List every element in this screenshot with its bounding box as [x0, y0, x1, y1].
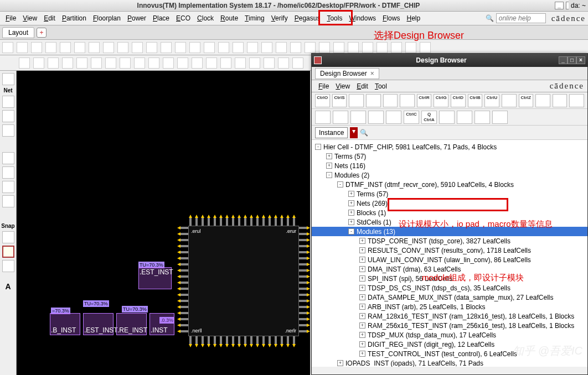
- block-re-inst[interactable]: .RE_INST: [116, 313, 147, 335]
- layout-canvas[interactable]: .erul .erur .nerll .nerlr .M TU=70.3% .E…: [17, 71, 310, 375]
- expand-icon[interactable]: +: [326, 153, 332, 159]
- tb2-icon-10[interactable]: [163, 58, 174, 69]
- expand-icon[interactable]: +: [359, 266, 365, 272]
- db-close-button[interactable]: ×: [576, 56, 585, 64]
- tb1-icon-1[interactable]: [17, 42, 28, 53]
- snap-tool-2-icon[interactable]: [2, 246, 14, 258]
- tb2-icon-0[interactable]: [19, 58, 30, 69]
- collapse-icon[interactable]: -: [315, 144, 321, 150]
- instance-dropdown-icon[interactable]: ▾: [350, 127, 358, 138]
- tb1-icon-8[interactable]: [117, 42, 128, 53]
- tb1-icon-27[interactable]: [391, 42, 402, 53]
- tree-row[interactable]: -Modules (13): [312, 227, 587, 236]
- tb1-icon-24[interactable]: [348, 42, 359, 53]
- tb2-icon-16[interactable]: [249, 58, 260, 69]
- tb1-icon-2[interactable]: [31, 42, 42, 53]
- tab-add-button[interactable]: +: [37, 28, 47, 38]
- dbt1-btn-14[interactable]: [553, 94, 568, 107]
- dbt2-btn-6[interactable]: Q CtrlA: [421, 111, 437, 124]
- menu-tools[interactable]: Tools: [323, 13, 345, 23]
- tree-row[interactable]: +TDSP_MUX (tdsp_data_mux), 17 LeafCells: [312, 330, 587, 340]
- tb2-icon-1[interactable]: [33, 58, 44, 69]
- db-menu-edit[interactable]: Edit: [353, 81, 372, 91]
- tb1-icon-28[interactable]: [405, 42, 416, 53]
- dbt2-btn-5[interactable]: CtrlC: [404, 111, 419, 124]
- dbt1-btn-2[interactable]: [349, 94, 364, 107]
- tree-row[interactable]: +Terms (57): [312, 189, 587, 199]
- tree-row[interactable]: +ARB_INST (arb), 25 LeafCells, 1 Blocks: [312, 302, 587, 311]
- minimize-button[interactable]: _: [555, 2, 564, 9]
- menu-pegasus[interactable]: Pegasus: [291, 13, 324, 23]
- expand-icon[interactable]: +: [359, 238, 365, 244]
- tb2-icon-3[interactable]: [62, 58, 73, 69]
- expand-icon[interactable]: +: [359, 332, 365, 338]
- dbt2-btn-9[interactable]: [474, 111, 490, 124]
- dbt1-btn-1[interactable]: CtrlS: [332, 94, 347, 107]
- expand-icon[interactable]: +: [348, 210, 354, 216]
- tb1-icon-6[interactable]: [89, 42, 100, 53]
- tb2-icon-7[interactable]: [120, 58, 131, 69]
- tb2-icon-5[interactable]: [91, 58, 102, 69]
- tb1-icon-11[interactable]: [161, 42, 172, 53]
- menu-windows[interactable]: Windows: [345, 13, 379, 23]
- snap-tool-1-icon[interactable]: [2, 231, 14, 243]
- design-tree[interactable]: -Hier Cell - DTMF_CHIP, 5981 LeafCells, …: [312, 140, 587, 367]
- tree-row[interactable]: -Modules (2): [312, 170, 587, 180]
- dbt1-btn-12[interactable]: CtrlZ: [519, 94, 534, 107]
- expand-icon[interactable]: +: [359, 304, 365, 310]
- db-menu-view[interactable]: View: [332, 81, 353, 91]
- tb1-icon-13[interactable]: [189, 42, 200, 53]
- menu-power[interactable]: Power: [124, 13, 149, 23]
- dbt2-btn-4[interactable]: [386, 111, 401, 124]
- expand-icon[interactable]: +: [359, 275, 365, 282]
- tb2-icon-11[interactable]: [177, 58, 188, 69]
- dbt1-btn-15[interactable]: [569, 94, 584, 107]
- expand-icon[interactable]: +: [359, 351, 365, 357]
- menu-partition[interactable]: Partition: [59, 13, 90, 23]
- menu-file[interactable]: File: [2, 13, 19, 23]
- expand-icon[interactable]: +: [359, 294, 365, 300]
- db-tab[interactable]: Design Browser×: [315, 68, 379, 79]
- dbt1-btn-5[interactable]: [400, 94, 415, 107]
- tree-row[interactable]: +Nets (116): [312, 161, 587, 170]
- menu-route[interactable]: Route: [217, 13, 241, 23]
- tb1-icon-3[interactable]: [45, 42, 56, 53]
- tb1-icon-15[interactable]: [218, 42, 229, 53]
- expand-icon[interactable]: +: [337, 360, 343, 366]
- tree-row[interactable]: +DATA_SAMPLE_MUX_INST (data_sample_mux),…: [312, 293, 587, 302]
- db-maximize-button[interactable]: □: [568, 56, 576, 64]
- tb1-icon-0[interactable]: [2, 42, 13, 53]
- tb1-icon-4[interactable]: [60, 42, 71, 53]
- tb1-icon-18[interactable]: [261, 42, 272, 53]
- collapse-icon[interactable]: -: [348, 228, 354, 235]
- tree-row[interactable]: -DTMF_INST (dtmf_recvr_core), 5910 LeafC…: [312, 180, 587, 189]
- expand-icon[interactable]: +: [326, 163, 332, 169]
- tree-row[interactable]: +TDSP_CORE_INST (tdsp_core), 3827 LeafCe…: [312, 236, 587, 246]
- expand-icon[interactable]: +: [359, 322, 365, 329]
- net-tool-2-icon[interactable]: [2, 110, 14, 122]
- menu-timing[interactable]: Timing: [241, 13, 268, 23]
- dbt1-btn-11[interactable]: [502, 94, 517, 107]
- tb1-icon-9[interactable]: [132, 42, 143, 53]
- layer-tool-1-icon[interactable]: [2, 152, 14, 164]
- tb2-icon-12[interactable]: [192, 58, 203, 69]
- dbt1-btn-4[interactable]: [383, 94, 398, 107]
- tb1-icon-23[interactable]: [333, 42, 344, 53]
- tb1-icon-29[interactable]: [420, 42, 431, 53]
- tb2-icon-9[interactable]: [148, 58, 159, 69]
- tree-row[interactable]: +RESULTS_CONV_INST (results_conv), 1718 …: [312, 246, 587, 255]
- tree-row[interactable]: +SPI_INST (spi), 56 LeafCells: [312, 274, 587, 283]
- expand-icon[interactable]: +: [348, 191, 354, 197]
- expand-icon[interactable]: +: [348, 219, 354, 225]
- tree-row[interactable]: +TEST_CONTROL_INST (test_control), 6 Lea…: [312, 349, 587, 358]
- tb1-icon-7[interactable]: [103, 42, 114, 53]
- dbt1-btn-3[interactable]: [366, 94, 381, 107]
- dbt1-btn-7[interactable]: CtrlG: [434, 94, 448, 107]
- dbt2-btn-7[interactable]: [439, 111, 455, 124]
- tb2-icon-14[interactable]: [220, 58, 231, 69]
- tree-row[interactable]: +Blocks (1): [312, 208, 587, 217]
- dbt1-btn-13[interactable]: [535, 94, 550, 107]
- menu-edit[interactable]: Edit: [40, 13, 59, 23]
- dbt1-btn-9[interactable]: CtrlB: [468, 94, 483, 107]
- dbt2-btn-0[interactable]: [315, 111, 331, 124]
